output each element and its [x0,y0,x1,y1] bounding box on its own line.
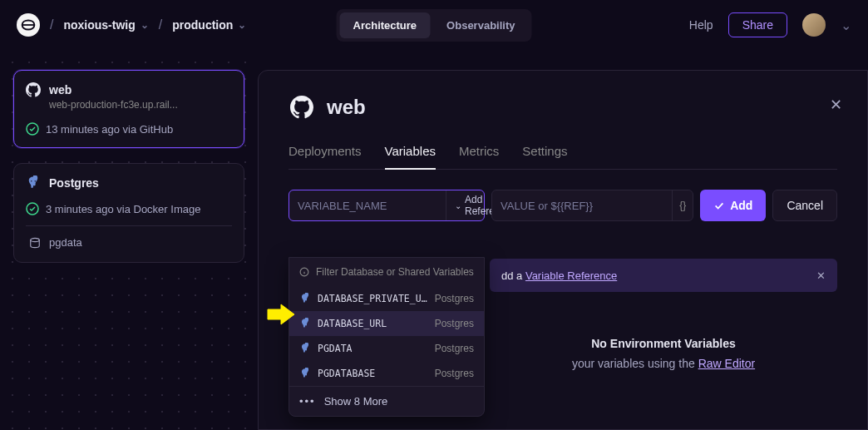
chevron-down-icon[interactable]: ⌄ [841,17,851,33]
raw-editor-link[interactable]: Raw Editor [698,357,755,370]
volume-name: pgdata [49,236,82,249]
tab-observability[interactable]: Observability [433,12,528,38]
breadcrumb-env[interactable]: production ⌄ [172,18,246,32]
empty-state-title: No Environment Variables [490,337,837,350]
postgres-icon [26,175,41,190]
dropdown-item-name: PGDATABASE [318,368,428,379]
card-status-text: 3 minutes ago via Docker Image [46,203,200,215]
reference-banner: dd a Variable Reference ✕ [490,259,837,292]
canvas[interactable]: web web-production-fc3e.up.rail... 13 mi… [0,50,258,430]
logo[interactable] [17,13,40,37]
panel-title: web [327,96,366,119]
banner-text: dd a [501,269,525,282]
add-button[interactable]: Add [700,190,766,221]
dropdown-item-name: DATABASE_URL [318,318,428,329]
card-title: Postgres [49,176,99,190]
dropdown-item[interactable]: DATABASE_URL Postgres [289,311,484,336]
dropdown-item-name: DATABASE_PRIVATE_URL [318,293,428,304]
close-icon[interactable]: ✕ [816,269,826,282]
tab-architecture[interactable]: Architecture [340,12,431,38]
dropdown-item-source: Postgres [435,293,474,304]
dropdown-item[interactable]: DATABASE_PRIVATE_URL Postgres [289,286,484,311]
detail-panel: web ✕ Deployments Variables Metrics Sett… [258,70,868,430]
chevron-down-icon: ⌄ [455,201,461,210]
variable-value-field-wrap: {} [491,190,693,221]
check-icon [713,200,725,211]
card-subtitle: web-production-fc3e.up.rail... [49,99,232,111]
close-icon[interactable]: ✕ [830,96,842,114]
tab-metrics[interactable]: Metrics [459,144,499,169]
dropdown-show-more[interactable]: ••• Show 8 More [289,386,484,416]
svg-point-2 [31,238,40,241]
chevron-down-icon: ⌄ [238,19,246,31]
breadcrumb-project-label: noxious-twig [63,18,135,32]
breadcrumb-project[interactable]: noxious-twig ⌄ [63,18,148,32]
card-status-text: 13 minutes ago via GitHub [46,123,173,136]
github-icon [289,94,315,121]
cancel-button[interactable]: Cancel [772,190,837,221]
variable-value-input[interactable] [492,200,672,212]
postgres-icon [299,368,311,379]
github-icon [26,82,41,97]
check-circle-icon [26,202,39,215]
empty-state-text: your variables using the [572,357,698,370]
help-link[interactable]: Help [689,18,713,32]
empty-state: No Environment Variables your variables … [490,337,837,370]
service-card-postgres[interactable]: Postgres 3 minutes ago via Docker Image … [13,163,244,263]
brackets-button[interactable]: {} [672,190,693,220]
add-button-label: Add [730,199,752,212]
variable-reference-link[interactable]: Variable Reference [525,269,617,282]
dropdown-item-name: PGDATA [318,343,428,354]
breadcrumb-env-label: production [172,18,233,32]
breadcrumb-sep: / [159,17,162,32]
breadcrumb-sep: / [50,17,53,32]
info-icon [299,267,309,277]
dropdown-more-label: Show 8 More [324,395,388,408]
dropdown-item-source: Postgres [435,318,474,329]
service-card-web[interactable]: web web-production-fc3e.up.rail... 13 mi… [13,70,244,148]
volume-icon [29,237,41,249]
check-circle-icon [26,122,39,136]
avatar[interactable] [802,13,826,37]
variable-name-field-wrap: ⌄ Add Reference [289,190,485,221]
dropdown-item[interactable]: PGDATA Postgres [289,336,484,361]
share-button[interactable]: Share [728,12,787,37]
tab-variables[interactable]: Variables [385,144,436,170]
postgres-icon [299,343,311,354]
card-title: web [49,83,72,96]
variable-reference-dropdown: Filter Database or Shared Variables DATA… [289,257,485,417]
dots-icon: ••• [299,395,316,408]
dropdown-item-source: Postgres [435,343,474,354]
dropdown-item[interactable]: PGDATABASE Postgres [289,361,484,386]
postgres-icon [299,318,311,329]
postgres-icon [299,293,311,304]
variable-name-input[interactable] [289,200,446,212]
chevron-down-icon: ⌄ [141,19,149,31]
tab-settings[interactable]: Settings [522,144,567,169]
dropdown-filter-label: Filter Database or Shared Variables [289,258,484,286]
tab-deployments[interactable]: Deployments [289,144,362,169]
dropdown-item-source: Postgres [435,368,474,379]
